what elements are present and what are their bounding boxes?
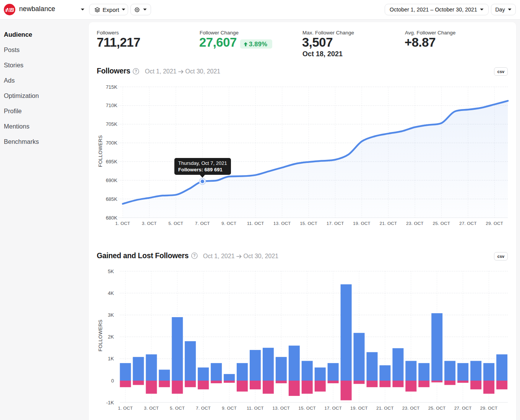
svg-text:9. OCT: 9. OCT bbox=[222, 406, 237, 410]
svg-text:680K: 680K bbox=[106, 215, 118, 221]
svg-text:2K: 2K bbox=[108, 334, 114, 340]
svg-text:695K: 695K bbox=[106, 159, 118, 164]
svg-text:5. OCT: 5. OCT bbox=[168, 221, 183, 226]
svg-text:7. OCT: 7. OCT bbox=[195, 221, 210, 226]
svg-text:13. OCT: 13. OCT bbox=[273, 221, 291, 226]
svg-text:29. OCT: 29. OCT bbox=[486, 221, 504, 226]
svg-text:5. OCT: 5. OCT bbox=[170, 406, 185, 410]
svg-text:17. OCT: 17. OCT bbox=[324, 406, 342, 410]
svg-text:25. OCT: 25. OCT bbox=[428, 406, 446, 410]
svg-text:21. OCT: 21. OCT bbox=[380, 221, 397, 226]
svg-text:-1K: -1K bbox=[106, 400, 114, 405]
svg-text:21. OCT: 21. OCT bbox=[376, 406, 394, 410]
svg-text:15. OCT: 15. OCT bbox=[300, 221, 317, 226]
svg-text:3K: 3K bbox=[108, 312, 114, 318]
svg-text:685K: 685K bbox=[106, 196, 118, 202]
svg-text:1. OCT: 1. OCT bbox=[118, 406, 133, 410]
svg-text:705K: 705K bbox=[106, 121, 118, 127]
svg-text:4K: 4K bbox=[108, 290, 114, 296]
svg-text:11. OCT: 11. OCT bbox=[247, 406, 264, 410]
svg-text:3. OCT: 3. OCT bbox=[142, 221, 157, 226]
svg-text:25. OCT: 25. OCT bbox=[433, 221, 450, 226]
svg-text:27. OCT: 27. OCT bbox=[454, 406, 472, 410]
svg-text:690K: 690K bbox=[106, 177, 118, 183]
svg-text:19. OCT: 19. OCT bbox=[353, 221, 370, 226]
svg-text:715K: 715K bbox=[106, 84, 118, 90]
svg-text:13. OCT: 13. OCT bbox=[273, 406, 290, 410]
svg-text:700K: 700K bbox=[106, 140, 118, 146]
svg-text:11. OCT: 11. OCT bbox=[247, 221, 264, 226]
svg-text:3. OCT: 3. OCT bbox=[144, 406, 159, 410]
svg-text:17. OCT: 17. OCT bbox=[327, 221, 344, 226]
svg-text:?: ? bbox=[135, 69, 137, 73]
svg-text:Thursday, Oct 7, 2021: Thursday, Oct 7, 2021 bbox=[178, 160, 227, 166]
svg-text:1K: 1K bbox=[108, 356, 114, 361]
svg-text:?: ? bbox=[193, 253, 195, 258]
svg-text:0: 0 bbox=[111, 378, 114, 384]
svg-text:FOLLOWERS: FOLLOWERS bbox=[98, 319, 103, 352]
svg-text:15. OCT: 15. OCT bbox=[299, 406, 316, 410]
svg-text:23. OCT: 23. OCT bbox=[402, 406, 420, 410]
svg-text:710K: 710K bbox=[106, 103, 118, 108]
svg-text:19. OCT: 19. OCT bbox=[350, 406, 368, 410]
svg-text:Followers: 689 691: Followers: 689 691 bbox=[178, 167, 223, 173]
svg-text:7. OCT: 7. OCT bbox=[196, 406, 211, 410]
svg-text:1. OCT: 1. OCT bbox=[115, 221, 130, 226]
svg-text:5K: 5K bbox=[108, 269, 114, 274]
svg-text:29. OCT: 29. OCT bbox=[480, 406, 498, 410]
svg-text:27. OCT: 27. OCT bbox=[459, 221, 477, 226]
svg-text:FOLLOWERS: FOLLOWERS bbox=[98, 135, 103, 167]
svg-text:9. OCT: 9. OCT bbox=[221, 221, 236, 226]
svg-text:23. OCT: 23. OCT bbox=[406, 221, 424, 226]
